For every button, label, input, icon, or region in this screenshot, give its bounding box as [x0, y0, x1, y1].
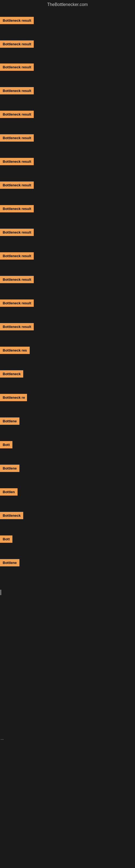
bottleneck-item-15[interactable]: Bottleneck res: [0, 347, 30, 355]
ellipsis-text: ...: [1, 736, 4, 741]
bottleneck-item-13[interactable]: Bottleneck result: [0, 300, 34, 308]
bottleneck-item-11[interactable]: Bottleneck result: [0, 252, 34, 261]
bottleneck-item-19[interactable]: Bott: [0, 441, 12, 450]
bottleneck-badge-2: Bottleneck result: [0, 40, 34, 48]
bottleneck-item-23[interactable]: Bott: [0, 535, 12, 544]
bottleneck-item-20[interactable]: Bottlene: [0, 465, 19, 473]
bottleneck-badge-20: Bottlene: [0, 465, 19, 472]
bottleneck-badge-9: Bottleneck result: [0, 205, 34, 212]
bottleneck-badge-21: Bottlen: [0, 488, 17, 496]
bottleneck-item-12[interactable]: Bottleneck result: [0, 276, 34, 284]
bottleneck-badge-13: Bottleneck result: [0, 300, 34, 307]
bottleneck-item-5[interactable]: Bottleneck result: [0, 111, 34, 119]
bottleneck-badge-8: Bottleneck result: [0, 182, 34, 189]
bottleneck-item-14[interactable]: Bottleneck result: [0, 323, 34, 332]
bottleneck-item-2[interactable]: Bottleneck result: [0, 40, 34, 49]
site-title: TheBottlenecker.com: [0, 0, 135, 9]
bottleneck-item-1[interactable]: Bottleneck result: [0, 17, 34, 25]
bottleneck-badge-12: Bottleneck result: [0, 276, 34, 283]
bottleneck-badge-3: Bottleneck result: [0, 63, 34, 71]
bottleneck-badge-5: Bottleneck result: [0, 111, 34, 118]
bottleneck-badge-24: Bottlene: [0, 559, 19, 566]
bottleneck-badge-6: Bottleneck result: [0, 134, 34, 142]
bottleneck-item-18[interactable]: Bottlene: [0, 417, 19, 426]
bottleneck-badge-14: Bottleneck result: [0, 323, 34, 330]
bottleneck-item-17[interactable]: Bottleneck re: [0, 394, 27, 402]
bottleneck-badge-19: Bott: [0, 441, 12, 448]
bottleneck-item-6[interactable]: Bottleneck result: [0, 134, 34, 143]
bottleneck-item-24[interactable]: Bottlene: [0, 559, 19, 567]
bottleneck-badge-22: Bottleneck: [0, 512, 23, 519]
bottleneck-item-8[interactable]: Bottleneck result: [0, 182, 34, 190]
bottleneck-badge-7: Bottleneck result: [0, 158, 34, 165]
text-cursor: [1, 590, 1, 595]
bottleneck-item-7[interactable]: Bottleneck result: [0, 158, 34, 166]
bottleneck-badge-11: Bottleneck result: [0, 252, 34, 259]
bottleneck-badge-1: Bottleneck result: [0, 17, 34, 24]
bottleneck-item-4[interactable]: Bottleneck result: [0, 87, 34, 95]
bottleneck-badge-17: Bottleneck re: [0, 394, 27, 401]
bottleneck-badge-15: Bottleneck res: [0, 347, 30, 354]
bottleneck-item-21[interactable]: Bottlen: [0, 488, 17, 497]
bottleneck-item-10[interactable]: Bottleneck result: [0, 229, 34, 237]
bottleneck-badge-16: Bottleneck: [0, 370, 23, 378]
bottleneck-badge-23: Bott: [0, 535, 12, 543]
bottleneck-badge-4: Bottleneck result: [0, 87, 34, 94]
bottleneck-item-16[interactable]: Bottleneck: [0, 370, 23, 379]
bottleneck-item-22[interactable]: Bottleneck: [0, 512, 23, 520]
bottleneck-item-9[interactable]: Bottleneck result: [0, 205, 34, 214]
bottleneck-badge-18: Bottlene: [0, 417, 19, 425]
bottleneck-badge-10: Bottleneck result: [0, 229, 34, 236]
bottleneck-item-3[interactable]: Bottleneck result: [0, 63, 34, 72]
